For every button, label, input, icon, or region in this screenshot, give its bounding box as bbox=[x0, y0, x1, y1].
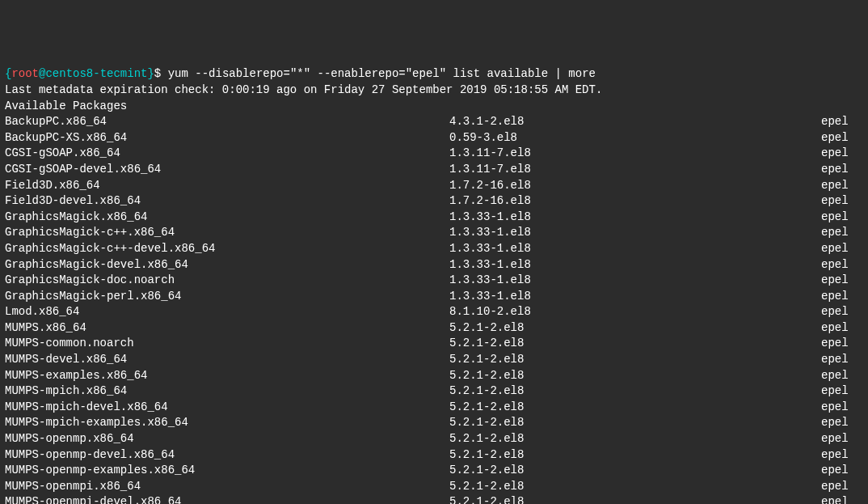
package-version: 1.3.33-1.el8 bbox=[449, 241, 821, 257]
package-version: 5.2.1-2.el8 bbox=[449, 431, 821, 447]
package-name: MUMPS.x86_64 bbox=[5, 320, 449, 337]
prompt-dollar: $ bbox=[154, 67, 168, 80]
package-row: CGSI-gSOAP.x86_641.3.11-7.el8epel bbox=[5, 146, 863, 162]
prompt-host: centos8-tecmint bbox=[45, 67, 147, 80]
package-name: CGSI-gSOAP.x86_64 bbox=[5, 146, 449, 162]
package-name: Lmod.x86_64 bbox=[5, 304, 449, 320]
package-version: 1.3.11-7.el8 bbox=[449, 146, 821, 162]
package-row: BackupPC-XS.x86_640.59-3.el8epel bbox=[5, 130, 863, 146]
package-version: 5.2.1-2.el8 bbox=[449, 336, 821, 352]
package-repo: epel bbox=[821, 304, 849, 320]
package-version: 4.3.1-2.el8 bbox=[449, 114, 821, 130]
package-list: BackupPC.x86_644.3.1-2.el8epelBackupPC-X… bbox=[5, 114, 863, 504]
package-version: 1.3.33-1.el8 bbox=[449, 210, 821, 226]
package-version: 5.2.1-2.el8 bbox=[449, 400, 821, 416]
package-name: CGSI-gSOAP-devel.x86_64 bbox=[5, 162, 449, 178]
package-name: GraphicsMagick-c++-devel.x86_64 bbox=[5, 241, 449, 257]
package-row: Field3D.x86_641.7.2-16.el8epel bbox=[5, 178, 863, 194]
package-repo: epel bbox=[821, 257, 849, 273]
package-row: MUMPS-mpich-devel.x86_645.2.1-2.el8epel bbox=[5, 400, 863, 416]
package-repo: epel bbox=[821, 352, 849, 368]
package-row: GraphicsMagick.x86_641.3.33-1.el8epel bbox=[5, 210, 863, 226]
package-repo: epel bbox=[821, 400, 849, 416]
package-row: MUMPS-mpich.x86_645.2.1-2.el8epel bbox=[5, 383, 863, 400]
package-name: MUMPS-examples.x86_64 bbox=[5, 368, 449, 384]
package-row: GraphicsMagick-c++-devel.x86_641.3.33-1.… bbox=[5, 241, 863, 257]
package-row: Lmod.x86_648.1.10-2.el8epel bbox=[5, 304, 863, 320]
package-version: 5.2.1-2.el8 bbox=[449, 368, 821, 384]
package-row: MUMPS.x86_645.2.1-2.el8epel bbox=[5, 320, 863, 337]
package-row: MUMPS-openmp.x86_645.2.1-2.el8epel bbox=[5, 431, 863, 447]
package-repo: epel bbox=[821, 162, 849, 178]
package-version: 5.2.1-2.el8 bbox=[449, 320, 821, 337]
package-row: GraphicsMagick-devel.x86_641.3.33-1.el8e… bbox=[5, 257, 863, 273]
package-repo: epel bbox=[821, 415, 849, 431]
package-name: GraphicsMagick.x86_64 bbox=[5, 210, 449, 226]
package-row: GraphicsMagick-c++.x86_641.3.33-1.el8epe… bbox=[5, 225, 863, 241]
package-version: 1.3.33-1.el8 bbox=[449, 225, 821, 241]
available-packages-header: Available Packages bbox=[5, 100, 127, 112]
package-row: BackupPC.x86_644.3.1-2.el8epel bbox=[5, 114, 863, 130]
package-name: MUMPS-mpich-examples.x86_64 bbox=[5, 415, 449, 431]
prompt-close-brace: } bbox=[147, 67, 154, 80]
package-repo: epel bbox=[821, 114, 849, 130]
package-repo: epel bbox=[821, 383, 849, 400]
package-name: MUMPS-devel.x86_64 bbox=[5, 352, 449, 368]
package-version: 5.2.1-2.el8 bbox=[449, 415, 821, 431]
package-repo: epel bbox=[821, 210, 849, 226]
package-row: Field3D-devel.x86_641.7.2-16.el8epel bbox=[5, 193, 863, 210]
package-name: Field3D-devel.x86_64 bbox=[5, 193, 449, 210]
package-row: MUMPS-common.noarch5.2.1-2.el8epel bbox=[5, 336, 863, 352]
package-row: MUMPS-openmp-devel.x86_645.2.1-2.el8epel bbox=[5, 447, 863, 464]
package-row: GraphicsMagick-doc.noarch1.3.33-1.el8epe… bbox=[5, 273, 863, 289]
package-version: 1.7.2-16.el8 bbox=[449, 178, 821, 194]
package-version: 5.2.1-2.el8 bbox=[449, 463, 821, 479]
package-row: GraphicsMagick-perl.x86_641.3.33-1.el8ep… bbox=[5, 289, 863, 305]
package-repo: epel bbox=[821, 336, 849, 352]
package-name: MUMPS-openmp-devel.x86_64 bbox=[5, 447, 449, 464]
package-repo: epel bbox=[821, 320, 849, 337]
package-row: MUMPS-openmpi-devel.x86_645.2.1-2.el8epe… bbox=[5, 494, 863, 504]
metadata-line: Last metadata expiration check: 0:00:19 … bbox=[5, 83, 602, 96]
package-name: MUMPS-common.noarch bbox=[5, 336, 449, 352]
package-repo: epel bbox=[821, 193, 849, 210]
package-row: MUMPS-examples.x86_645.2.1-2.el8epel bbox=[5, 368, 863, 384]
package-row: MUMPS-mpich-examples.x86_645.2.1-2.el8ep… bbox=[5, 415, 863, 431]
package-version: 1.7.2-16.el8 bbox=[449, 193, 821, 210]
package-version: 5.2.1-2.el8 bbox=[449, 494, 821, 504]
prompt-user: root bbox=[11, 67, 39, 80]
package-name: GraphicsMagick-perl.x86_64 bbox=[5, 289, 449, 305]
package-row: CGSI-gSOAP-devel.x86_641.3.11-7.el8epel bbox=[5, 162, 863, 178]
package-repo: epel bbox=[821, 494, 849, 504]
package-name: Field3D.x86_64 bbox=[5, 178, 449, 194]
package-version: 8.1.10-2.el8 bbox=[449, 304, 821, 320]
package-repo: epel bbox=[821, 479, 849, 495]
package-repo: epel bbox=[821, 368, 849, 384]
package-name: GraphicsMagick-doc.noarch bbox=[5, 273, 449, 289]
prompt-line: {root@centos8-tecmint}$ yum --disablerep… bbox=[5, 67, 596, 80]
package-repo: epel bbox=[821, 241, 849, 257]
package-name: GraphicsMagick-c++.x86_64 bbox=[5, 225, 449, 241]
package-version: 0.59-3.el8 bbox=[449, 130, 821, 146]
package-repo: epel bbox=[821, 273, 849, 289]
package-repo: epel bbox=[821, 178, 849, 194]
package-version: 5.2.1-2.el8 bbox=[449, 383, 821, 400]
terminal-output: {root@centos8-tecmint}$ yum --disablerep… bbox=[0, 63, 868, 504]
package-row: MUMPS-devel.x86_645.2.1-2.el8epel bbox=[5, 352, 863, 368]
package-name: MUMPS-openmp.x86_64 bbox=[5, 431, 449, 447]
package-repo: epel bbox=[821, 289, 849, 305]
package-version: 5.2.1-2.el8 bbox=[449, 447, 821, 464]
package-version: 1.3.11-7.el8 bbox=[449, 162, 821, 178]
package-name: GraphicsMagick-devel.x86_64 bbox=[5, 257, 449, 273]
package-name: MUMPS-openmp-examples.x86_64 bbox=[5, 463, 449, 479]
package-repo: epel bbox=[821, 447, 849, 464]
package-name: BackupPC-XS.x86_64 bbox=[5, 130, 449, 146]
package-repo: epel bbox=[821, 225, 849, 241]
package-version: 1.3.33-1.el8 bbox=[449, 257, 821, 273]
package-name: MUMPS-mpich-devel.x86_64 bbox=[5, 400, 449, 416]
package-name: MUMPS-openmpi.x86_64 bbox=[5, 479, 449, 495]
package-name: MUMPS-mpich.x86_64 bbox=[5, 383, 449, 400]
package-repo: epel bbox=[821, 463, 849, 479]
package-repo: epel bbox=[821, 146, 849, 162]
package-name: BackupPC.x86_64 bbox=[5, 114, 449, 130]
